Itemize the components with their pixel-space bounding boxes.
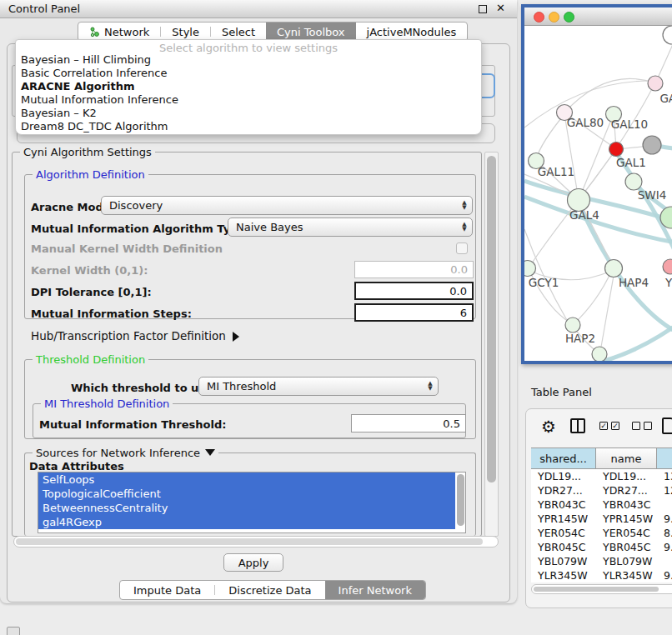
table-cell[interactable]: YDR27...	[596, 483, 657, 498]
tab-cyni-toolbox[interactable]: Cyni Toolbox	[266, 22, 356, 41]
column-header-third[interactable]	[657, 448, 672, 468]
table-row[interactable]: YBL079WYBL079W	[531, 554, 672, 568]
float-panel-icon[interactable]	[479, 5, 487, 13]
table-cell[interactable]: YDL19...	[596, 469, 657, 483]
tab-impute-data[interactable]: Impute Data	[120, 581, 214, 599]
scrollbar-thumb[interactable]	[487, 156, 496, 482]
tab-infer-network[interactable]: Infer Network	[325, 581, 425, 599]
table-cell[interactable]: YPR145W	[596, 512, 657, 526]
mi-type-combobox[interactable]: Naive Bayes ▲▼	[228, 218, 473, 237]
tab-style[interactable]: Style	[161, 22, 210, 41]
zoom-traffic-light-icon[interactable]	[564, 12, 574, 22]
network-node[interactable]	[592, 347, 607, 361]
table-cell[interactable]: 9.	[657, 540, 672, 554]
table-row[interactable]: YBR045CYBR045C9.	[531, 540, 672, 554]
manual-kernel-checkbox[interactable]	[456, 242, 468, 254]
columns-icon[interactable]	[570, 418, 585, 433]
network-canvas[interactable]: GALGAL80GAL10GAL1GAL11SWI4GAL4GCY1HAP4YH…	[524, 26, 672, 361]
mi-threshold-label: Mutual Information Threshold:	[39, 418, 226, 431]
tab-network[interactable]: Network	[78, 22, 160, 41]
table-row[interactable]: YLR345WYLR345W9.	[531, 568, 672, 582]
table-cell[interactable]: YPR145W	[531, 512, 596, 526]
table-cell[interactable]: YLR345W	[531, 568, 596, 582]
settings-vertical-scrollbar[interactable]	[484, 152, 499, 537]
table-row[interactable]: YBR043CYBR043C	[531, 498, 672, 512]
dropdown-item-bayesian-k2[interactable]: Bayesian – K2	[16, 107, 481, 120]
table-cell[interactable]: YDR27...	[531, 483, 596, 498]
control-panel-window: Control Panel ✕ Network Style Select Cyn…	[0, 0, 517, 603]
collapsed-tool-icon[interactable]	[7, 627, 20, 635]
network-node-label: SWI4	[638, 188, 667, 202]
table-row[interactable]: YPR145WYPR145W9.	[531, 512, 672, 526]
tab-discretize-data[interactable]: Discretize Data	[215, 581, 324, 599]
table-cell[interactable]: YBR043C	[531, 498, 596, 512]
network-graph: GALGAL80GAL10GAL1GAL11SWI4GAL4GCY1HAP4YH…	[524, 26, 672, 361]
mi-steps-input[interactable]: 6	[354, 303, 474, 322]
select-all-checkboxes-icon[interactable]: ✓✓	[599, 422, 619, 430]
list-item-selfloops[interactable]: SelfLoops	[38, 472, 455, 487]
table-row[interactable]: YDL19...YDL19...13	[531, 469, 672, 483]
kernel-width-input[interactable]: 0.0	[354, 261, 474, 278]
network-node[interactable]	[605, 260, 623, 278]
tab-select[interactable]: Select	[211, 22, 266, 41]
table-cell[interactable]: YER054C	[531, 526, 596, 540]
network-node-label: HAP4	[619, 276, 649, 289]
table-cell[interactable]: 13	[657, 469, 672, 483]
column-header-name[interactable]: name	[596, 448, 657, 468]
table-cell[interactable]: YBL079W	[531, 554, 596, 568]
network-node[interactable]	[565, 318, 580, 332]
network-node[interactable]	[524, 261, 536, 277]
tab-jactivemnodules[interactable]: jActiveMNodules	[356, 22, 468, 41]
table-cell[interactable]	[657, 554, 672, 568]
scrollbar-thumb[interactable]	[16, 538, 483, 545]
network-node[interactable]	[663, 26, 672, 44]
table-row[interactable]: YDR27...YDR27...12	[531, 483, 672, 498]
hub-definition-toggle[interactable]: Hub/Transcription Factor Definition	[31, 329, 239, 342]
mi-threshold-input[interactable]: 0.5	[351, 414, 466, 432]
table-cell[interactable]: 9.	[657, 512, 672, 526]
network-node[interactable]	[625, 173, 642, 190]
scrollbar-thumb[interactable]	[534, 587, 659, 592]
gear-icon[interactable]: ⚙	[541, 417, 556, 437]
table-cell[interactable]: YER054C	[596, 526, 657, 540]
list-item-gal4rgexp[interactable]: gal4RGexp	[38, 515, 455, 529]
table-cell[interactable]	[657, 498, 672, 512]
close-traffic-light-icon[interactable]	[534, 12, 544, 22]
dropdown-item-basic-correlation[interactable]: Basic Correlation Inference	[16, 67, 481, 80]
table-row[interactable]: YER054CYER054C8.	[531, 526, 672, 540]
settings-horizontal-scrollbar[interactable]	[13, 536, 499, 548]
file-icon[interactable]	[662, 418, 672, 434]
table-cell[interactable]: 9.	[657, 568, 672, 582]
deselect-all-checkboxes-icon[interactable]	[632, 422, 652, 430]
list-item-betweennesscentrality[interactable]: BetweennessCentrality	[38, 501, 455, 515]
algorithm-dropdown-list: Select algorithm to view settings Bayesi…	[15, 39, 482, 135]
minimize-traffic-light-icon[interactable]	[549, 12, 559, 22]
dropdown-item-mutual-information[interactable]: Mutual Information Inference	[16, 93, 481, 107]
network-node[interactable]	[609, 142, 624, 157]
aracne-mode-combobox[interactable]: Discovery ▲▼	[101, 196, 473, 215]
table-cell[interactable]: YDL19...	[531, 469, 596, 483]
table-cell[interactable]: YBR043C	[596, 498, 657, 512]
which-threshold-combobox[interactable]: MI Threshold ▲▼	[198, 377, 439, 396]
dropdown-item-bayesian-hill-climbing[interactable]: Bayesian – Hill Climbing	[16, 53, 481, 67]
table-cell[interactable]: YBR045C	[596, 540, 657, 554]
network-node[interactable]	[643, 136, 661, 154]
network-node[interactable]	[648, 76, 663, 91]
network-node[interactable]	[663, 259, 672, 274]
table-cell[interactable]: YLR345W	[596, 568, 657, 582]
dpi-tolerance-input[interactable]: 0.0	[354, 282, 474, 300]
table-horizontal-scrollbar[interactable]	[531, 584, 672, 594]
apply-button[interactable]: Apply	[223, 553, 283, 572]
list-item-topologicalcoefficient[interactable]: TopologicalCoefficient	[38, 487, 455, 501]
table-cell[interactable]: 12	[657, 483, 672, 498]
table-cell[interactable]: YBL079W	[596, 554, 657, 568]
dropdown-item-aracne[interactable]: ARACNE Algorithm	[16, 80, 481, 93]
close-panel-icon[interactable]: ✕	[496, 2, 505, 14]
sources-toggle[interactable]: Sources for Network Inference	[33, 447, 218, 459]
table-cell[interactable]: YBR045C	[531, 540, 596, 554]
list-scrollbar[interactable]	[457, 474, 464, 526]
table-cell[interactable]: 8.	[657, 526, 672, 540]
dropdown-item-dream8[interactable]: Dream8 DC_TDC Algorithm	[16, 120, 481, 133]
network-node-label: GCY1	[529, 276, 559, 289]
column-header-shared[interactable]: shared...	[531, 448, 596, 468]
